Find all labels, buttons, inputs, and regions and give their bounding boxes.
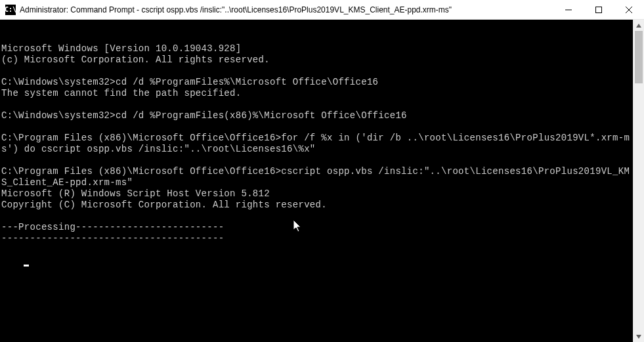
window-title: Administrator: Command Prompt - cscript … (20, 5, 553, 14)
scroll-track[interactable] (633, 31, 644, 331)
scroll-up-arrow-icon[interactable] (633, 20, 644, 31)
maximize-button[interactable] (584, 0, 614, 19)
window-controls (553, 0, 644, 19)
window-titlebar[interactable]: C:\ Administrator: Command Prompt - cscr… (0, 0, 644, 20)
maximize-icon (595, 7, 602, 13)
svg-rect-1 (596, 7, 602, 12)
terminal-wrapper: Microsoft Windows [Version 10.0.19043.92… (0, 20, 644, 342)
scrollbar-vertical[interactable] (633, 20, 644, 342)
terminal-cursor (24, 265, 29, 267)
close-icon (626, 7, 632, 13)
terminal-output: Microsoft Windows [Version 10.0.19043.92… (1, 43, 633, 244)
terminal[interactable]: Microsoft Windows [Version 10.0.19043.92… (0, 20, 633, 342)
minimize-icon (565, 7, 572, 13)
minimize-button[interactable] (553, 0, 584, 19)
scroll-down-arrow-icon[interactable] (633, 331, 644, 342)
close-button[interactable] (614, 0, 644, 19)
cmd-icon: C:\ (5, 5, 16, 15)
scroll-thumb[interactable] (635, 31, 643, 83)
